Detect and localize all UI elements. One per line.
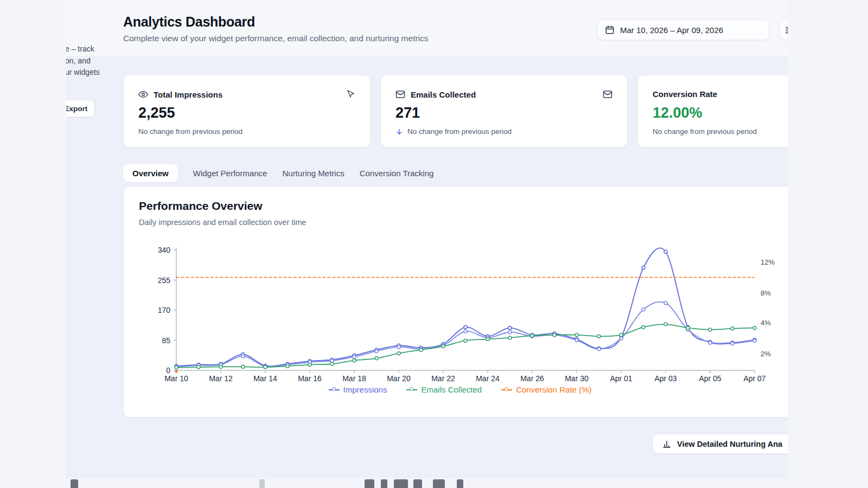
stat-label: Total Impressions [154, 90, 222, 99]
svg-text:4%: 4% [761, 319, 771, 327]
svg-text:Apr 01: Apr 01 [610, 374, 632, 383]
stat-change-text: No change from previous period [138, 127, 242, 136]
bar-chart-icon [662, 439, 672, 449]
arrow-down-icon [395, 128, 403, 136]
stat-card-conversion-rate: Conversion Rate 12.00% No change from pr… [637, 75, 788, 147]
svg-text:8%: 8% [761, 289, 771, 297]
fragment-line: on, and [66, 55, 100, 67]
stat-change: No change from previous period [653, 127, 757, 136]
svg-text:Apr 07: Apr 07 [743, 374, 765, 383]
svg-text:Mar 16: Mar 16 [298, 374, 322, 383]
bottom-artifact [394, 479, 408, 488]
chart-title: Performance Overview [139, 200, 263, 213]
svg-text:Mar 26: Mar 26 [520, 374, 544, 383]
svg-text:0: 0 [166, 366, 170, 375]
legend-marker-icon [501, 389, 512, 390]
stat-label: Conversion Rate [653, 89, 717, 99]
svg-text:Mar 12: Mar 12 [209, 374, 233, 383]
eye-icon [138, 89, 148, 99]
stat-change-text: No change from previous period [407, 127, 512, 136]
sidebar-text-fragment: e – track on, and ur widgets [66, 43, 100, 79]
svg-text:12%: 12% [761, 258, 775, 266]
svg-text:Mar 14: Mar 14 [253, 374, 277, 383]
export-button[interactable]: Export [66, 100, 94, 117]
svg-text:Mar 22: Mar 22 [431, 374, 455, 383]
bottom-artifact [365, 479, 374, 488]
stat-value-2: 12.00% [653, 105, 703, 121]
bottom-artifact [433, 479, 445, 488]
stat-label: Emails Collected [411, 90, 476, 99]
stat-value-0: 2,255 [138, 105, 175, 121]
svg-text:340: 340 [158, 246, 171, 254]
svg-text:85: 85 [162, 336, 170, 345]
header-extra-button[interactable] [780, 20, 788, 40]
tab-widget-performance[interactable]: Widget Performance [193, 169, 267, 178]
svg-text:170: 170 [158, 306, 171, 314]
stat-card-header: Conversion Rate [653, 89, 717, 99]
detail-button-label: View Detailed Nurturing Ana [677, 440, 782, 448]
svg-text:Apr 03: Apr 03 [654, 374, 676, 383]
stat-value-1: 271 [395, 105, 420, 121]
legend-marker-icon [406, 389, 417, 390]
legend-item[interactable]: Conversion Rate (%) [501, 385, 591, 394]
stat-change: No change from previous period [138, 127, 242, 136]
stat-change: No change from previous period [395, 127, 512, 136]
stat-card-emails-collected: Emails Collected 271 No change from prev… [380, 75, 628, 147]
calendar-icon [605, 25, 615, 35]
performance-chart: 085170255340Mar 10Mar 12Mar 14Mar 16Mar … [130, 243, 781, 386]
date-range-label: Mar 10, 2026 – Apr 09, 2026 [620, 25, 723, 35]
screen: e – track on, and ur widgets Export Anal… [0, 0, 868, 488]
page-subtitle: Complete view of your widget performance… [123, 34, 429, 43]
legend-label: Emails Collected [421, 385, 482, 394]
legend-label: Conversion Rate (%) [516, 385, 591, 394]
svg-text:Mar 10: Mar 10 [164, 374, 188, 383]
tab-overview[interactable]: Overview [123, 164, 178, 182]
stat-card-header: Total Impressions [138, 89, 222, 99]
svg-text:Mar 18: Mar 18 [342, 374, 366, 383]
tab-nurturing-metrics[interactable]: Nurturing Metrics [282, 169, 344, 178]
svg-text:Mar 20: Mar 20 [387, 374, 411, 383]
legend-item[interactable]: Emails Collected [406, 385, 482, 394]
analytics-app: e – track on, and ur widgets Export Anal… [66, 0, 788, 478]
svg-text:Mar 30: Mar 30 [565, 374, 589, 383]
chart-subtitle: Daily impressions and email collection o… [139, 218, 307, 227]
bottom-artifact [381, 479, 387, 488]
bottom-artifact [457, 479, 463, 488]
cursor-icon [347, 89, 355, 98]
fragment-line: e – track [66, 43, 100, 55]
bottom-artifact [71, 479, 78, 488]
tab-conversion-tracking[interactable]: Conversion Tracking [360, 169, 434, 178]
page-title: Analytics Dashboard [123, 14, 255, 30]
svg-text:255: 255 [158, 276, 171, 285]
mail-icon [395, 89, 405, 99]
svg-text:Mar 24: Mar 24 [476, 374, 500, 383]
fragment-line: ur widgets [66, 67, 100, 79]
svg-text:2%: 2% [761, 350, 771, 358]
bottom-artifact [259, 479, 265, 488]
svg-text:Apr 05: Apr 05 [699, 374, 721, 383]
stat-card-total-impressions: Total Impressions 2,255 No change from p… [123, 75, 371, 147]
stat-change-text: No change from previous period [653, 127, 757, 136]
tab-bar: Overview Widget Performance Nurturing Me… [123, 163, 433, 183]
legend-item[interactable]: Impressions [329, 385, 387, 394]
sliders-icon [784, 25, 788, 35]
stat-card-header: Emails Collected [395, 89, 476, 99]
mail-icon [603, 89, 612, 99]
legend-label: Impressions [343, 385, 387, 394]
date-range-button[interactable]: Mar 10, 2026 – Apr 09, 2026 [597, 20, 769, 40]
legend-marker-icon [329, 389, 340, 390]
performance-overview-card: Performance Overview Daily impressions a… [123, 186, 788, 418]
view-detailed-nurturing-button[interactable]: View Detailed Nurturing Ana [653, 434, 788, 454]
chart-legend: ImpressionsEmails CollectedConversion Ra… [124, 385, 788, 394]
bottom-artifact [413, 479, 422, 488]
